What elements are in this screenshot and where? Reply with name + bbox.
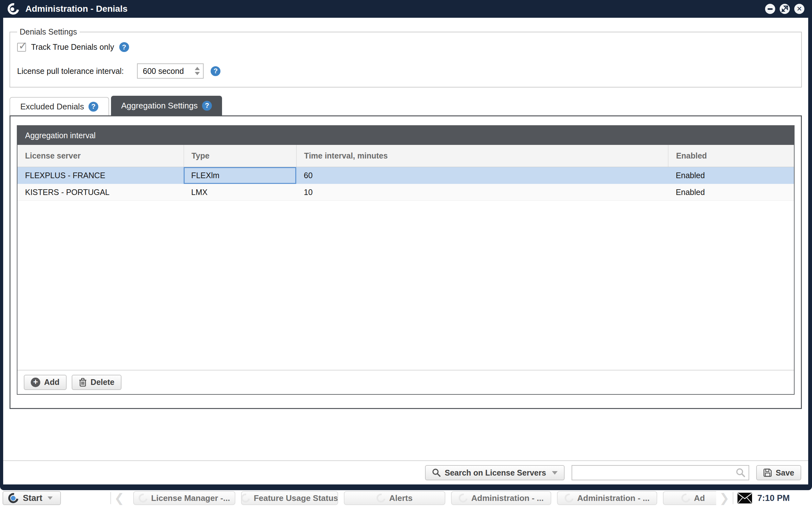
start-logo-icon xyxy=(8,493,18,503)
chevron-right-icon[interactable]: ❯ xyxy=(716,491,733,505)
tolerance-interval-value: 600 second xyxy=(143,67,184,76)
envelope-icon[interactable] xyxy=(737,492,752,504)
denials-settings-legend: Denials Settings xyxy=(17,27,80,36)
cell-enabled[interactable]: Enabled xyxy=(668,184,794,200)
save-button-label: Save xyxy=(776,468,794,478)
search-scope-button[interactable]: Search on License Servers xyxy=(425,465,565,480)
start-button[interactable]: Start xyxy=(3,491,61,505)
grid-title-bar: Aggregation interval xyxy=(17,126,794,145)
screen: Administration - Denials Denials Setting… xyxy=(0,0,812,506)
taskbar-app-icon xyxy=(679,492,692,504)
titlebar: Administration - Denials xyxy=(0,0,812,18)
tab-aggregation-settings[interactable]: Aggregation Settings xyxy=(111,96,222,115)
delete-button-label: Delete xyxy=(91,377,114,387)
tab-bar: Excluded Denials Aggregation Settings xyxy=(9,96,802,115)
spinner-up-icon xyxy=(195,67,200,70)
search-box xyxy=(572,465,749,480)
restore-icon xyxy=(781,5,788,12)
track-denials-row: Track True Denials only xyxy=(17,42,794,52)
search-scope-label: Search on License Servers xyxy=(445,468,546,478)
taskbar-item-administration-1[interactable]: Administration - ... xyxy=(451,491,551,505)
help-icon[interactable] xyxy=(202,101,212,111)
minimize-icon xyxy=(767,8,773,10)
cell-enabled[interactable]: Enabled xyxy=(668,167,794,184)
track-denials-checkbox[interactable] xyxy=(17,43,26,52)
aggregation-settings-panel: Aggregation interval License server Type… xyxy=(9,115,802,409)
stepper-arrows[interactable] xyxy=(195,64,200,78)
grid-toolbar: Add Delete xyxy=(17,370,794,394)
trash-icon xyxy=(79,377,87,387)
help-icon[interactable] xyxy=(211,66,221,76)
window-controls xyxy=(765,4,804,14)
table-row[interactable]: KISTERS - PORTUGAL LMX 10 Enabled xyxy=(17,184,794,201)
track-denials-label: Track True Denials only xyxy=(31,43,114,52)
tab-label: Aggregation Settings xyxy=(121,101,197,111)
app-logo-icon xyxy=(8,3,19,15)
taskbar-item-license-manager[interactable]: License Manager -... xyxy=(133,491,235,505)
help-icon[interactable] xyxy=(119,42,129,52)
clock: 7:10 PM xyxy=(757,493,790,503)
taskbar-item-label: Administration - ... xyxy=(577,493,650,503)
taskbar-divider xyxy=(733,492,733,504)
cell-type[interactable]: LMX xyxy=(184,184,296,200)
tolerance-interval-label: License pull tolerance interval: xyxy=(17,67,124,76)
tab-excluded-denials[interactable]: Excluded Denials xyxy=(9,97,109,115)
delete-button[interactable]: Delete xyxy=(72,375,121,390)
grid-header-row: License server Type Time interval, minut… xyxy=(17,145,794,167)
cell-type-editing[interactable]: FLEXlm xyxy=(184,167,296,184)
chevron-left-icon[interactable]: ❮ xyxy=(111,491,128,505)
spinner-down-icon xyxy=(195,72,200,75)
taskbar-app-icon xyxy=(241,492,252,504)
aggregation-interval-grid: Aggregation interval License server Type… xyxy=(17,125,795,395)
cell-license-server[interactable]: KISTERS - PORTUGAL xyxy=(17,184,184,200)
cell-time-interval[interactable]: 10 xyxy=(296,184,668,200)
add-icon xyxy=(31,377,40,387)
taskbar-tray: 7:10 PM xyxy=(737,492,790,504)
add-button[interactable]: Add xyxy=(24,375,67,390)
taskbar-item-feature-usage-status[interactable]: Feature Usage Status xyxy=(241,491,338,505)
save-button[interactable]: Save xyxy=(756,465,801,480)
save-floppy-icon xyxy=(763,468,772,477)
window-content: Denials Settings Track True Denials only… xyxy=(3,18,808,485)
taskbar-app-icon xyxy=(563,492,575,504)
taskbar-item-label: Administration - ... xyxy=(471,493,544,503)
taskbar-item-label: Ad xyxy=(694,493,705,503)
column-header-time-interval[interactable]: Time interval, minutes xyxy=(296,145,668,167)
start-button-label: Start xyxy=(23,493,43,503)
taskbar-app-icon xyxy=(457,492,469,504)
taskbar-item-administration-2[interactable]: Administration - ... xyxy=(557,491,657,505)
close-button[interactable] xyxy=(794,4,804,14)
grid-empty-area xyxy=(17,201,794,370)
taskbar-item-alerts[interactable]: Alerts xyxy=(344,491,445,505)
restore-button[interactable] xyxy=(780,4,790,14)
app-window: Administration - Denials Denials Setting… xyxy=(0,0,812,490)
taskbar-app-icon xyxy=(375,492,387,504)
taskbar: Start ❮ License Manager -... Feature Usa… xyxy=(0,490,812,506)
tolerance-interval-stepper[interactable]: 600 second xyxy=(137,63,204,79)
taskbar-item-label: Alerts xyxy=(389,493,413,503)
search-icon[interactable] xyxy=(736,468,745,478)
minimize-button[interactable] xyxy=(765,4,775,14)
help-icon[interactable] xyxy=(88,102,98,111)
taskbar-app-icon xyxy=(137,492,149,504)
cell-license-server[interactable]: FLEXPLUS - FRANCE xyxy=(17,167,184,184)
tolerance-interval-row: License pull tolerance interval: 600 sec… xyxy=(17,63,794,79)
column-header-license-server[interactable]: License server xyxy=(17,145,184,167)
dropdown-caret-icon xyxy=(48,497,53,500)
denials-settings-group: Denials Settings Track True Denials only… xyxy=(9,27,802,87)
close-icon xyxy=(797,5,802,13)
taskbar-item-administration-3-clipped[interactable]: Ad xyxy=(663,491,716,505)
window-title: Administration - Denials xyxy=(25,4,128,14)
table-row[interactable]: FLEXPLUS - FRANCE FLEXlm 60 Enabled xyxy=(17,167,794,184)
taskbar-item-label: Feature Usage Status xyxy=(254,493,338,503)
search-input[interactable] xyxy=(572,465,749,480)
dropdown-caret-icon xyxy=(552,471,558,475)
search-icon xyxy=(432,468,441,477)
cell-time-interval[interactable]: 60 xyxy=(296,167,668,184)
column-header-enabled[interactable]: Enabled xyxy=(668,145,794,167)
taskbar-item-label: License Manager -... xyxy=(151,493,230,503)
action-bar: Search on License Servers xyxy=(3,460,808,485)
add-button-label: Add xyxy=(44,377,60,387)
column-header-type[interactable]: Type xyxy=(184,145,296,167)
tab-label: Excluded Denials xyxy=(20,102,84,111)
